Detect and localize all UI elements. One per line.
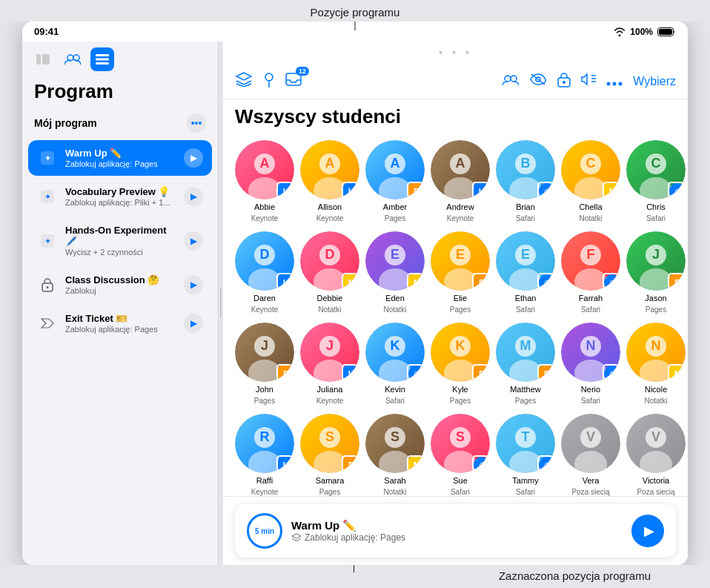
sidebar-section-header: Mój program ••• [22, 109, 218, 137]
student-avatar-farrah: F⊕ [561, 231, 620, 291]
student-item-farrah[interactable]: F⊕FarrahSafari [561, 231, 620, 314]
play-btn-warm-up[interactable]: ▶ [184, 148, 203, 168]
student-avatar-samara: SP [300, 414, 359, 473]
play-btn-discussion[interactable]: ▶ [184, 275, 203, 294]
app-badge-kyle: P [472, 364, 488, 380]
student-item-raffi[interactable]: RKRaffiKeynote [235, 414, 294, 496]
student-avatar-ethan: E⊕ [496, 231, 555, 291]
list-icon-btn[interactable] [90, 47, 114, 71]
student-item-ethan[interactable]: E⊕EthanSafari [496, 231, 555, 314]
student-app-ethan: Safari [516, 305, 535, 314]
sidebar-item-exit[interactable]: Exit Ticket 🎫Zablokuj aplikację: Pages▶ [28, 305, 212, 341]
student-item-nerio[interactable]: N⊕NerioSafari [561, 323, 620, 405]
student-name-jason: Jason [645, 294, 666, 303]
svg-text:P: P [348, 460, 354, 471]
sidebar-item-experiment[interactable]: ✦Hands-On Experiment 🖊️Wycisz + 2 czynno… [28, 217, 212, 264]
student-name-brian: Brian [516, 202, 535, 211]
sidebar-item-warm-up[interactable]: ✦Warm Up ✏️Zablokuj aplikację: Pages▶ [28, 140, 212, 176]
eye-icon-btn[interactable] [529, 73, 547, 90]
choose-button[interactable]: Wybierz [633, 75, 676, 88]
app-badge-john: P [276, 364, 293, 380]
student-item-tammy[interactable]: T⊕TammySafari [496, 414, 555, 496]
item-title-vocabulary: Vocabulary Preview 💡 [65, 186, 176, 197]
student-item-juliana[interactable]: JKJulianaKeynote [300, 323, 359, 405]
svg-text:K: K [283, 187, 290, 197]
student-item-eden[interactable]: ENEdenNotatki [365, 231, 425, 314]
student-item-daren[interactable]: DKDarenKeynote [235, 231, 294, 314]
inbox-badge: 12 [296, 67, 309, 76]
app-badge-chris: ⊕ [668, 182, 684, 198]
student-item-kyle[interactable]: KPKylePages [431, 323, 490, 405]
layers-icon-btn[interactable] [235, 72, 253, 90]
svg-text:K: K [283, 278, 290, 288]
svg-point-29 [613, 82, 617, 86]
student-item-andrew[interactable]: AKAndrewKeynote [431, 140, 490, 222]
svg-text:C: C [586, 156, 596, 171]
svg-rect-8 [96, 62, 109, 65]
group-icon-btn[interactable] [502, 73, 519, 90]
item-subtitle-discussion: Zablokuj [65, 286, 176, 295]
svg-text:✦: ✦ [44, 153, 51, 162]
student-name-john: John [256, 385, 273, 394]
student-item-john[interactable]: JPJohnPages [235, 323, 294, 405]
svg-text:⊕: ⊕ [609, 369, 616, 378]
student-item-brian[interactable]: B⊕BrianSafari [496, 140, 555, 222]
svg-point-20 [511, 76, 517, 82]
svg-text:✦: ✦ [44, 192, 51, 201]
svg-rect-6 [96, 54, 109, 56]
student-name-abbie: Abbie [254, 202, 275, 211]
play-btn-exit[interactable]: ▶ [184, 314, 203, 333]
lock-icon-btn[interactable] [557, 71, 571, 91]
svg-text:N: N [414, 460, 420, 471]
sidebar-item-discussion[interactable]: Class Discussion 🤔Zablokuj▶ [28, 267, 212, 303]
svg-rect-3 [42, 54, 50, 65]
student-app-chris: Safari [646, 214, 666, 222]
item-subtitle-warm-up: Zablokuj aplikację: Pages [65, 159, 176, 168]
student-item-elie[interactable]: EPEliePages [431, 231, 490, 314]
sidebar: Program Mój program ••• ✦Warm Up ✏️Zablo… [22, 42, 219, 565]
svg-text:D: D [325, 247, 335, 262]
svg-text:K: K [348, 187, 355, 197]
student-item-samara[interactable]: SPSamaraPages [300, 414, 359, 496]
student-item-abbie[interactable]: AKAbbieKeynote [235, 140, 294, 222]
student-item-jason[interactable]: JPJasonPages [626, 231, 686, 314]
student-item-vera[interactable]: VVeraPoza siecią [561, 414, 620, 496]
sidebar-item-vocabulary[interactable]: ✦Vocabulary Preview 💡Zablokuj aplikację:… [28, 179, 212, 214]
app-badge-andrew: K [472, 182, 488, 198]
drag-handle: • • • [223, 42, 688, 64]
svg-text:E: E [391, 247, 399, 262]
student-name-samara: Samara [316, 476, 345, 485]
student-item-kevin[interactable]: K⊕KevinSafari [365, 323, 425, 405]
sidebar-toggle-btn[interactable] [31, 47, 55, 71]
app-badge-brian: ⊕ [537, 182, 554, 198]
student-item-chella[interactable]: CNChellaNotatki [561, 140, 620, 222]
item-subtitle-vocabulary: Zablokuj aplikację: Pliki + 1... [65, 198, 176, 207]
svg-text:K: K [283, 460, 290, 471]
app-badge-nicole: N [668, 364, 684, 380]
play-btn-vocabulary[interactable]: ▶ [184, 187, 203, 206]
sidebar-more-button[interactable]: ••• [187, 113, 206, 133]
student-item-chris[interactable]: C⊕ChrisSafari [626, 140, 686, 222]
svg-text:P: P [544, 369, 550, 380]
inbox-icon-btn[interactable]: 12 [285, 73, 302, 90]
activity-card[interactable]: 5 min Warm Up ✏️ Zablokuj aplikację: Pag… [235, 504, 676, 558]
student-item-sarah[interactable]: SNSarahNotatki [365, 414, 425, 496]
svg-text:⊕: ⊕ [544, 460, 551, 469]
mute-icon-btn[interactable] [581, 71, 596, 91]
student-item-matthew[interactable]: MPMatthewPages [496, 323, 555, 405]
student-item-amber[interactable]: APAmberPages [365, 140, 425, 222]
student-item-debbie[interactable]: DNDebbieNotatki [300, 231, 359, 314]
student-avatar-kyle: KP [431, 323, 490, 382]
pin-icon-btn[interactable] [262, 71, 276, 91]
student-item-allison[interactable]: AKAllisonKeynote [300, 140, 359, 222]
student-item-nicole[interactable]: NNNicoleNotatki [626, 323, 686, 405]
more-icon-btn[interactable] [606, 73, 623, 90]
people-icon-btn[interactable] [61, 47, 84, 71]
svg-text:B: B [521, 156, 531, 171]
sidebar-top-bar [22, 42, 218, 77]
play-btn-experiment[interactable]: ▶ [184, 231, 203, 251]
student-item-victoria[interactable]: VVictoriaPoza siecią [626, 414, 686, 496]
student-item-sue[interactable]: S⊕SueSafari [431, 414, 490, 496]
svg-point-30 [619, 82, 623, 86]
play-button[interactable]: ▶ [631, 515, 664, 547]
